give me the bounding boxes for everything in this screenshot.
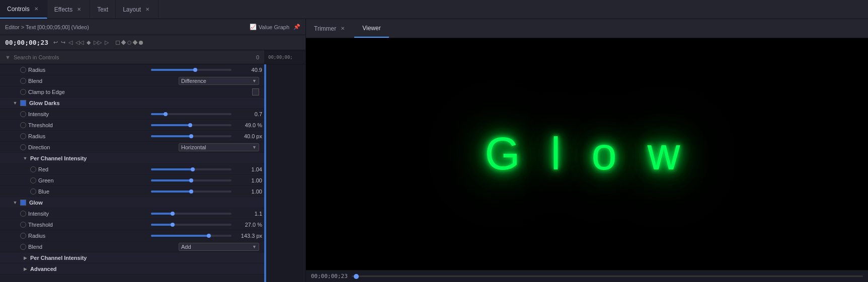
tab-layout-label: Layout [123, 6, 141, 13]
shape-square [116, 41, 120, 45]
intensity-handle-2[interactable] [171, 212, 175, 216]
redo-button[interactable]: ↪ [61, 39, 65, 46]
clamp-radio[interactable] [20, 89, 26, 95]
threshold-radio-2[interactable] [20, 222, 26, 228]
tab-controls[interactable]: Controls ✕ [0, 0, 47, 19]
radius-handle-2[interactable] [189, 134, 193, 138]
radius-slider-1[interactable] [151, 69, 231, 71]
tab-layout-close[interactable]: ✕ [144, 6, 151, 13]
advanced-toggle[interactable]: ▶ [22, 266, 28, 272]
blend-radio-2[interactable] [20, 244, 26, 250]
tab-bar: Controls ✕ Effects ✕ Text Layout ✕ [0, 0, 868, 19]
tab-layout[interactable]: Layout ✕ [116, 0, 159, 19]
viewer-timecode: 00;00;00;23 [311, 273, 348, 279]
section-per-channel-1[interactable]: ▼ Per Channel Intensity [0, 153, 264, 164]
threshold-value-1: 49.0 % [234, 122, 262, 128]
tab-trimmer-close[interactable]: ✕ [339, 25, 346, 32]
tab-controls-label: Controls [7, 6, 30, 13]
radius-fill-3 [151, 235, 209, 237]
section-per-channel-2[interactable]: ▶ Per Channel Intensity [0, 252, 264, 263]
tab-text[interactable]: Text [90, 0, 116, 19]
undo-button[interactable]: ↩ [53, 39, 58, 46]
radius-radio-2[interactable] [20, 133, 26, 139]
red-slider[interactable] [151, 168, 231, 170]
blend-dropdown-value-1: Difference [181, 78, 206, 84]
intensity-slider-1[interactable] [151, 113, 231, 115]
direction-dropdown[interactable]: Horizontal ▼ [179, 143, 259, 151]
green-value: 1.00 [234, 177, 262, 183]
section-advanced[interactable]: ▶ Advanced [0, 263, 264, 274]
threshold-handle-1[interactable] [188, 123, 192, 127]
glow-text: G l o w [485, 128, 689, 180]
intensity-radio-2[interactable] [20, 211, 26, 217]
green-slider[interactable] [151, 179, 231, 181]
glow-darks-toggle[interactable]: ▼ [12, 100, 18, 106]
timeline-start-label: 00;00;00; [268, 55, 293, 60]
blend-row-2: Blend Add ▼ [0, 241, 264, 252]
dropdown-arrow-2: ▼ [252, 145, 257, 150]
blue-slider[interactable] [151, 191, 231, 193]
clamp-row: Clamp to Edge [0, 86, 264, 98]
glow-label: Glow [29, 200, 43, 206]
threshold-label-2: Threshold [28, 222, 148, 228]
glow-toggle[interactable]: ▼ [12, 200, 18, 206]
viewer-progress-dot[interactable] [354, 274, 359, 279]
radius-handle-1[interactable] [193, 68, 197, 72]
intensity-handle-1[interactable] [164, 112, 168, 116]
blue-handle[interactable] [189, 190, 193, 194]
radius-slider-3[interactable] [151, 235, 231, 237]
threshold-handle-2[interactable] [171, 223, 175, 227]
intensity-radio-1[interactable] [20, 111, 26, 117]
tab-effects-close[interactable]: ✕ [75, 6, 83, 13]
value-graph-button[interactable]: 📈 Value Graph [250, 24, 289, 30]
next-keyframe-button[interactable]: ▷▷ [94, 39, 102, 46]
tab-trimmer[interactable]: Trimmer ✕ [306, 19, 354, 38]
threshold-radio-1[interactable] [20, 122, 26, 128]
tab-viewer[interactable]: Viewer [354, 19, 388, 38]
radius-slider-2[interactable] [151, 135, 231, 137]
timeline-strip[interactable] [264, 64, 305, 282]
tab-effects[interactable]: Effects ✕ [47, 0, 90, 19]
threshold-slider-2[interactable] [151, 224, 231, 226]
blue-radio[interactable] [30, 189, 36, 195]
editor-header: Editor > Text [00;00;05;00] (Video) 📈 Va… [0, 19, 305, 35]
blend-dropdown-2[interactable]: Add ▼ [179, 243, 259, 251]
pin-button[interactable]: 📌 [293, 24, 300, 30]
next-frame-button[interactable]: ▷ [105, 39, 109, 46]
section-glow[interactable]: ▼ Glow [0, 197, 264, 208]
blend-radio-1[interactable] [20, 78, 26, 84]
section-glow-darks[interactable]: ▼ Glow Darks [0, 98, 264, 109]
glow-darks-checkbox[interactable] [20, 100, 26, 106]
main-content: Editor > Text [00;00;05;00] (Video) 📈 Va… [0, 19, 868, 282]
intensity-fill-2 [151, 213, 173, 215]
green-handle[interactable] [189, 178, 193, 182]
controls-timeline: Radius 40.9 Blend Difference ▼ [0, 64, 305, 282]
radius-radio-1[interactable] [20, 67, 26, 73]
threshold-fill-2 [151, 224, 173, 226]
clamp-checkbox[interactable] [252, 88, 259, 96]
per-channel-label-1: Per Channel Intensity [30, 155, 87, 161]
prev-frame-button[interactable]: ◁ [68, 39, 72, 46]
viewer-progress-bar[interactable] [352, 275, 863, 277]
red-handle[interactable] [191, 167, 195, 171]
tab-viewer-label: Viewer [362, 25, 380, 32]
per-channel-toggle-1[interactable]: ▼ [22, 155, 28, 161]
blend-dropdown-1[interactable]: Difference ▼ [179, 77, 259, 85]
radius-row-2: Radius 40.0 px [0, 131, 264, 142]
radius-handle-3[interactable] [207, 234, 211, 238]
threshold-slider-1[interactable] [151, 124, 231, 126]
timeline-playhead[interactable] [264, 64, 266, 282]
radius-radio-3[interactable] [20, 233, 26, 239]
per-channel-toggle-2[interactable]: ▶ [22, 255, 28, 261]
add-keyframe-button[interactable]: ◆ [87, 39, 91, 46]
search-input[interactable] [14, 54, 253, 60]
prev-keyframe-button[interactable]: ◁◁ [75, 39, 84, 46]
direction-radio[interactable] [20, 144, 26, 150]
left-panel: Editor > Text [00;00;05;00] (Video) 📈 Va… [0, 19, 306, 282]
intensity-slider-2[interactable] [151, 213, 231, 215]
tab-controls-close[interactable]: ✕ [33, 6, 40, 13]
glow-checkbox[interactable] [20, 200, 26, 206]
red-radio[interactable] [30, 166, 36, 172]
green-radio[interactable] [30, 177, 36, 183]
clamp-label: Clamp to Edge [28, 89, 252, 95]
